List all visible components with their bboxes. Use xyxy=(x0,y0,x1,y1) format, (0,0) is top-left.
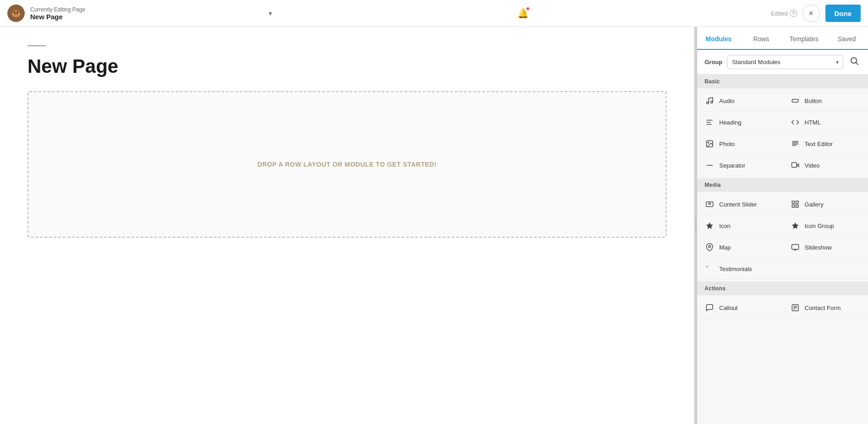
module-icon-text-editor xyxy=(790,139,800,149)
svg-point-18 xyxy=(708,142,709,143)
svg-rect-30 xyxy=(796,201,798,203)
module-icon-separator xyxy=(705,160,715,170)
sidebar-drag-handle[interactable] xyxy=(694,27,697,424)
module-item-html[interactable]: HTML xyxy=(783,112,868,133)
module-name-icon-group: Icon Group xyxy=(805,223,834,229)
tab-rows[interactable]: Rows xyxy=(740,29,782,50)
module-name-slideshow: Slideshow xyxy=(805,244,832,251)
notification-dot xyxy=(526,6,530,11)
module-icon-button xyxy=(790,96,800,106)
module-name-icon: Icon xyxy=(719,223,731,229)
module-item-heading[interactable]: Heading xyxy=(697,112,783,133)
module-icon-testimonials: " xyxy=(705,264,715,274)
page-heading: New Page xyxy=(27,55,667,77)
module-item-testimonials[interactable]: "Testimonials xyxy=(697,258,868,280)
section-grid-basic: AudioButtonHeadingHTMLPhotoText EditorSe… xyxy=(697,88,868,178)
avatar xyxy=(7,5,25,22)
svg-rect-31 xyxy=(792,205,794,207)
search-icon xyxy=(850,56,859,65)
notifications-bell[interactable]: 🔔 xyxy=(517,8,529,19)
svg-rect-29 xyxy=(792,201,794,203)
drop-zone[interactable]: DROP A ROW LAYOUT OR MODULE TO GET START… xyxy=(27,91,667,238)
module-item-contact-form[interactable]: Contact Form xyxy=(783,297,868,319)
module-name-separator: Separator xyxy=(719,162,745,169)
module-item-button[interactable]: Button xyxy=(783,90,868,112)
page-separator-line xyxy=(27,45,46,46)
module-name-testimonials: Testimonials xyxy=(719,266,752,272)
tab-modules[interactable]: Modules xyxy=(697,29,740,50)
svg-point-11 xyxy=(706,102,709,104)
module-name-html: HTML xyxy=(805,119,821,126)
module-icon-content-slider xyxy=(705,199,715,209)
module-icon-slideshow xyxy=(790,242,800,252)
top-header: Currently Editing Page New Page ▾ 🔔 Edit… xyxy=(0,0,868,27)
module-item-photo[interactable]: Photo xyxy=(697,133,783,155)
svg-point-35 xyxy=(709,245,711,248)
module-icon-map xyxy=(705,242,715,252)
module-icon-gallery xyxy=(790,199,800,209)
search-button[interactable] xyxy=(848,54,861,70)
group-select-wrapper: Standard Modules ▾ xyxy=(727,55,843,69)
module-icon-audio xyxy=(705,96,715,106)
group-label: Group xyxy=(705,59,722,65)
module-name-text-editor: Text Editor xyxy=(805,141,833,147)
help-icon[interactable]: ? xyxy=(790,10,797,17)
svg-point-6 xyxy=(15,14,17,16)
section-grid-media: Content SliderGalleryIconIcon GroupMapSl… xyxy=(697,192,868,282)
module-name-content-slider: Content Slider xyxy=(719,201,757,208)
module-name-callout: Callout xyxy=(719,304,738,311)
module-icon-heading xyxy=(705,117,715,127)
svg-rect-13 xyxy=(792,99,798,102)
modules-list: BasicAudioButtonHeadingHTMLPhotoText Edi… xyxy=(697,75,868,424)
tab-templates[interactable]: Templates xyxy=(783,29,825,50)
module-icon-photo xyxy=(705,139,715,149)
page-title-info: Currently Editing Page New Page xyxy=(30,6,261,21)
module-item-text-editor[interactable]: Text Editor xyxy=(783,133,868,155)
module-item-video[interactable]: Video xyxy=(783,155,868,176)
module-icon-icon-group xyxy=(790,221,800,231)
module-item-icon[interactable]: Icon xyxy=(697,215,783,237)
module-name-map: Map xyxy=(719,244,731,251)
section-header-media: Media xyxy=(697,178,868,192)
close-button[interactable]: × xyxy=(803,5,820,22)
module-icon-callout xyxy=(705,303,715,313)
section-header-actions: Actions xyxy=(697,282,868,295)
main-area: New Page DROP A ROW LAYOUT OR MODULE TO … xyxy=(0,27,868,424)
module-name-contact-form: Contact Form xyxy=(805,304,841,311)
section-grid-actions: CalloutContact Form xyxy=(697,295,868,321)
module-item-gallery[interactable]: Gallery xyxy=(783,194,868,215)
svg-rect-24 xyxy=(792,163,797,168)
svg-point-12 xyxy=(711,101,713,103)
svg-point-7 xyxy=(12,9,16,12)
done-button[interactable]: Done xyxy=(825,5,861,22)
drop-zone-text: DROP A ROW LAYOUT OR MODULE TO GET START… xyxy=(257,161,437,168)
module-icon-video xyxy=(790,160,800,170)
module-name-video: Video xyxy=(805,162,820,169)
currently-editing-label: Currently Editing Page xyxy=(30,6,261,13)
sidebar-tab-bar: Modules Rows Templates Saved xyxy=(697,27,868,50)
page-chevron[interactable]: ▾ xyxy=(269,10,272,17)
module-name-photo: Photo xyxy=(719,141,735,147)
modules-sidebar: Modules Rows Templates Saved Group Stand… xyxy=(694,27,868,424)
edited-status: Edited ? xyxy=(771,10,797,17)
module-item-separator[interactable]: Separator xyxy=(697,155,783,176)
module-item-callout[interactable]: Callout xyxy=(697,297,783,319)
module-item-slideshow[interactable]: Slideshow xyxy=(783,237,868,258)
group-filter-row: Group Standard Modules ▾ xyxy=(697,50,868,75)
svg-rect-36 xyxy=(792,245,798,250)
module-item-icon-group[interactable]: Icon Group xyxy=(783,215,868,237)
module-name-audio: Audio xyxy=(719,98,734,104)
module-item-map[interactable]: Map xyxy=(697,237,783,258)
svg-marker-34 xyxy=(792,223,798,229)
section-header-basic: Basic xyxy=(697,75,868,88)
module-item-audio[interactable]: Audio xyxy=(697,90,783,112)
page-name-label: New Page xyxy=(30,13,261,21)
svg-line-10 xyxy=(856,63,858,65)
tab-saved[interactable]: Saved xyxy=(825,29,868,50)
module-name-heading: Heading xyxy=(719,119,741,126)
module-item-content-slider[interactable]: Content Slider xyxy=(697,194,783,215)
group-select[interactable]: Standard Modules xyxy=(727,55,843,69)
module-icon-html xyxy=(790,117,800,127)
page-canvas: New Page DROP A ROW LAYOUT OR MODULE TO … xyxy=(0,27,694,424)
svg-rect-32 xyxy=(796,205,798,207)
